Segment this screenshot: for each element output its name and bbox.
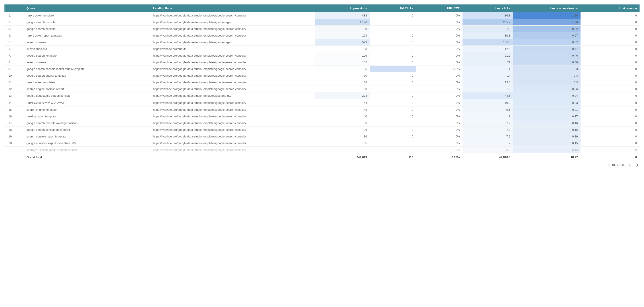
cell-url-ctr: 0% bbox=[416, 39, 462, 46]
cell-query: google search console dashboard bbox=[24, 127, 150, 133]
table-row[interactable]: 18.google search console dashboardhttps:… bbox=[4, 127, 640, 133]
table-row[interactable]: 7.google search templatehttps://ivanhoe.… bbox=[4, 52, 640, 59]
cell-impressions: 85 bbox=[315, 66, 370, 72]
table-row[interactable]: 12.search engine position reporthttps://… bbox=[4, 86, 640, 93]
table-row[interactable]: 10.google search engine templatehttps://… bbox=[4, 72, 640, 79]
cell-lost-conversions: 0.47 bbox=[513, 46, 580, 52]
cell-url-clicks: 0 bbox=[370, 59, 416, 66]
total-lost-conversions: 18.77 bbox=[513, 153, 580, 161]
cell-url-ctr: 3.53% bbox=[416, 66, 462, 72]
cell-lost-conversions: 0.3 bbox=[513, 66, 580, 72]
table-row[interactable]: 15.search engine templatehttps://ivanhoe… bbox=[4, 107, 640, 113]
cell-lost-revenue: 0 bbox=[580, 52, 640, 59]
table-row[interactable]: 3.google search consolehttps://ivanhoe.p… bbox=[4, 26, 640, 32]
row-index: 9. bbox=[4, 66, 24, 72]
cell-lost-clicks: 44.6 bbox=[462, 93, 513, 99]
row-index: 7. bbox=[4, 52, 24, 59]
chevron-right-icon[interactable] bbox=[635, 163, 638, 166]
cell-impressions: 54 bbox=[315, 99, 370, 107]
cell-landing: https://ivanhoe.pro/google-data-studio-t… bbox=[150, 140, 315, 147]
cell-landing: https://ivanhoe.pro/google-data-studio-t… bbox=[150, 113, 315, 120]
cell-impressions: 189 bbox=[315, 26, 370, 32]
cell-impressions: 36 bbox=[315, 120, 370, 127]
table-row[interactable]: 9.google search console looker studio te… bbox=[4, 66, 640, 72]
cell-url-ctr: 0% bbox=[416, 52, 462, 59]
cell-query: search engine template bbox=[24, 107, 150, 113]
cell-query: ranking report template bbox=[24, 113, 150, 120]
cell-landing: https://ivanhoe.pro/google-data-studio-t… bbox=[150, 147, 315, 153]
header-query[interactable]: Query bbox=[24, 5, 150, 12]
cell-lost-revenue: 0 bbox=[580, 79, 640, 86]
chevron-left-icon[interactable] bbox=[629, 163, 632, 166]
cell-url-clicks: 0 bbox=[370, 26, 416, 32]
cell-url-clicks: 0 bbox=[370, 120, 416, 127]
cell-lost-conversions: 1.26 bbox=[513, 19, 580, 26]
cell-lost-clicks: 7.2 bbox=[462, 120, 513, 127]
header-lost-conversions-label: Lost conversions bbox=[550, 7, 574, 10]
cell-url-clicks: 0 bbox=[370, 39, 416, 46]
cell-landing: https://ivanhoe.pro/google-data-studio-t… bbox=[150, 66, 315, 72]
table-row[interactable]: 6.site:ivanhoe.prohttps://ivanhoe.pro/ab… bbox=[4, 46, 640, 52]
cell-impressions: 36 bbox=[315, 127, 370, 133]
cell-url-ctr: 0% bbox=[416, 79, 462, 86]
table-row[interactable]: 13.google data studio search consolehttp… bbox=[4, 93, 640, 99]
cell-lost-conversions: 0.16 bbox=[513, 127, 580, 133]
cell-landing: https://ivanhoe.pro/google-data-studio-t… bbox=[150, 72, 315, 79]
cell-url-clicks: 0 bbox=[370, 113, 416, 120]
cell-lost-clicks: 14 bbox=[462, 66, 513, 72]
grand-total-row: Grand total 249,619 113 0.08% 49,810.8 1… bbox=[4, 153, 640, 161]
table-row[interactable]: 2.google search consolehttps://ivanhoe.p… bbox=[4, 19, 640, 26]
cell-url-clicks: 0 bbox=[370, 32, 416, 39]
cell-lost-revenue: 0 bbox=[580, 99, 640, 107]
cell-landing: https://ivanhoe.pro/google-data-studio-t… bbox=[150, 26, 315, 32]
cell-query: search console bbox=[24, 59, 150, 66]
cell-query: google analytics export more than 5000 bbox=[24, 140, 150, 147]
table-row[interactable]: 14.ranktracker サーチコンソールhttps://ivanhoe.p… bbox=[4, 99, 640, 107]
cell-lost-conversions: 0.21 bbox=[513, 107, 580, 113]
header-lost-clicks[interactable]: Lost clicks bbox=[462, 5, 513, 12]
table-row[interactable]: 11.rank tracker templateshttps://ivanhoe… bbox=[4, 79, 640, 86]
cell-lost-conversions: 1.89 bbox=[513, 12, 580, 19]
cell-landing: https://ivanhoe.pro/google-data-studio-t… bbox=[150, 120, 315, 127]
header-impressions[interactable]: Impressions bbox=[315, 5, 370, 12]
table-row[interactable]: 16.ranking report templatehttps://ivanho… bbox=[4, 113, 640, 120]
cell-query: google search console bbox=[24, 19, 150, 26]
header-lost-conversions[interactable]: Lost conversions bbox=[513, 5, 580, 12]
cell-lost-revenue: 0 bbox=[580, 72, 640, 79]
table-row[interactable]: 21.average position google search consol… bbox=[4, 147, 640, 153]
cell-url-ctr: 0% bbox=[416, 12, 462, 19]
table-row[interactable]: 4.rank tracker report templatehttps://iv… bbox=[4, 32, 640, 39]
cell-url-clicks: 0 bbox=[370, 147, 416, 153]
header-url-clicks[interactable]: Url Clicks bbox=[370, 5, 416, 12]
table-row[interactable]: 1.rank tracker templatehttps://ivanhoe.p… bbox=[4, 12, 640, 19]
cell-url-ctr: 0% bbox=[416, 46, 462, 52]
cell-lost-clicks: 21.2 bbox=[462, 52, 513, 59]
table-row[interactable]: 8.search consolehttps://ivanhoe.pro/goog… bbox=[4, 59, 640, 66]
header-landing[interactable]: Landing Page bbox=[150, 5, 315, 12]
table-row[interactable]: 19.search console report templatehttps:/… bbox=[4, 133, 640, 140]
cell-lost-revenue: 0 bbox=[580, 107, 640, 113]
cell-url-clicks: 0 bbox=[370, 72, 416, 79]
cell-url-clicks: 0 bbox=[370, 12, 416, 19]
data-table: Query Landing Page Impressions Url Click… bbox=[4, 5, 640, 161]
cell-url-ctr: 0% bbox=[416, 19, 462, 26]
table-row[interactable]: 20.google analytics export more than 500… bbox=[4, 140, 640, 147]
row-index: 2. bbox=[4, 19, 24, 26]
cell-url-clicks: 0 bbox=[370, 86, 416, 93]
cell-query: rank tracker templates bbox=[24, 79, 150, 86]
cell-lost-revenue: 0 bbox=[580, 133, 640, 140]
row-index: 18. bbox=[4, 127, 24, 133]
header-url-ctr[interactable]: URL CTR bbox=[416, 5, 462, 12]
header-lost-revenue[interactable]: Lost revenue bbox=[580, 5, 640, 12]
table-row[interactable]: 17.google search console average positio… bbox=[4, 120, 640, 127]
cell-query: ranktracker サーチコンソール bbox=[24, 99, 150, 107]
total-lost-clicks: 49,810.8 bbox=[462, 153, 513, 161]
cell-impressions: 35 bbox=[315, 140, 370, 147]
cell-url-ctr: 0% bbox=[416, 133, 462, 140]
cell-lost-revenue: 0 bbox=[580, 120, 640, 127]
cell-url-clicks: 0 bbox=[370, 99, 416, 107]
total-url-clicks: 113 bbox=[370, 153, 416, 161]
cell-url-ctr: 0% bbox=[416, 26, 462, 32]
table-row[interactable]: 5.search consolehttps://ivanhoe.pro/goog… bbox=[4, 39, 640, 46]
row-index: 8. bbox=[4, 59, 24, 66]
